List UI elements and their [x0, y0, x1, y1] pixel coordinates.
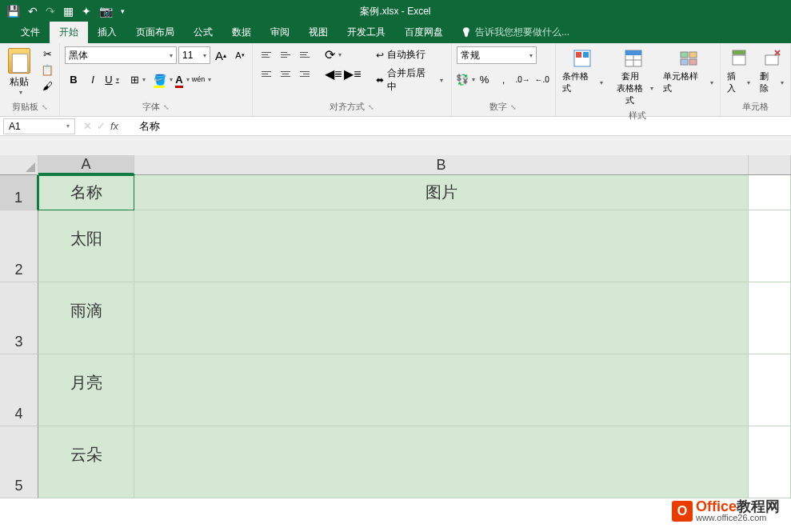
table-format-button[interactable]: 套用 表格格式▾ [611, 46, 655, 108]
launcher-icon[interactable]: ⤡ [510, 103, 517, 111]
increase-decimal-icon[interactable]: .0→ [514, 70, 532, 88]
title-bar: 💾 ↶ ↷ ▦ ✦ 📷 ▾ 案例.xlsx - Excel [0, 0, 791, 22]
chevron-down-icon: ▾ [529, 52, 533, 59]
cells-area: 名称 图片 太阳 雨滴 月亮 云朵 [38, 175, 791, 498]
camera-icon[interactable]: 📷 [99, 5, 113, 18]
delete-cells-button[interactable]: 删除▾ [758, 46, 785, 96]
font-color-button[interactable]: A▾ [174, 70, 191, 88]
merge-icon: ⬌ [376, 74, 384, 86]
cell-a3[interactable]: 雨滴 [38, 282, 134, 354]
fx-icon[interactable]: fx [110, 120, 125, 132]
conditional-format-icon [573, 48, 592, 69]
cell-c4[interactable] [749, 354, 791, 426]
launcher-icon[interactable]: ⤡ [368, 103, 374, 111]
column-header-a[interactable]: A [38, 155, 134, 174]
cell-c2[interactable] [749, 210, 791, 282]
comma-icon[interactable]: , [495, 70, 513, 88]
tab-home[interactable]: 开始 [50, 22, 88, 43]
tab-developer[interactable]: 开发工具 [338, 22, 395, 43]
align-bottom-icon[interactable] [296, 46, 314, 62]
fill-color-button[interactable]: 🪣▾ [154, 70, 172, 88]
launcher-icon[interactable]: ⤡ [42, 103, 48, 111]
paste-icon [8, 48, 30, 74]
decrease-font-icon[interactable]: A▾ [231, 46, 249, 64]
cut-icon[interactable]: ✂ [40, 46, 54, 61]
row-header-4[interactable]: 4 [0, 354, 38, 426]
font-size-select[interactable]: 11▾ [178, 46, 210, 64]
cell-b4[interactable] [134, 354, 749, 426]
launcher-icon[interactable]: ⤡ [163, 103, 170, 111]
conditional-format-button[interactable]: 条件格式▾ [561, 46, 605, 96]
tab-file[interactable]: 文件 [11, 22, 50, 43]
undo-icon[interactable]: ↶ [28, 5, 38, 18]
align-center-icon[interactable] [277, 66, 294, 82]
row-header-5[interactable]: 5 [0, 426, 38, 498]
merge-center-button[interactable]: ⬌合并后居中▾ [373, 65, 446, 95]
underline-button[interactable]: U▾ [103, 70, 121, 88]
redo-icon[interactable]: ↷ [46, 5, 55, 18]
border-button[interactable]: ⊞▾ [129, 70, 146, 88]
decrease-indent-icon[interactable]: ◀≡ [325, 66, 342, 82]
tab-data[interactable]: 数据 [222, 22, 261, 43]
insert-cells-button[interactable]: 插入▾ [725, 46, 753, 96]
cell-styles-button[interactable]: 单元格样式▾ [661, 46, 714, 96]
chevron-down-icon: ▾ [142, 76, 146, 83]
cell-a1[interactable]: 名称 [38, 175, 134, 210]
cell-a4[interactable]: 月亮 [38, 354, 134, 426]
cell-c3[interactable] [749, 282, 791, 354]
tell-me-box[interactable]: 告诉我您想要做什么... [453, 22, 577, 43]
svg-rect-13 [765, 55, 778, 65]
tab-view[interactable]: 视图 [299, 22, 338, 43]
cell-c5[interactable] [749, 426, 791, 498]
enter-icon[interactable]: ✓ [97, 120, 106, 132]
number-format-select[interactable]: 常规▾ [457, 46, 537, 64]
cell-a2[interactable]: 太阳 [38, 210, 134, 282]
increase-indent-icon[interactable]: ▶≡ [344, 66, 362, 82]
cell-b5[interactable] [134, 426, 749, 498]
bold-button[interactable]: B [65, 70, 82, 88]
column-header-c[interactable] [749, 155, 791, 174]
phonetic-button[interactable]: wén▾ [193, 70, 210, 88]
tab-review[interactable]: 审阅 [261, 22, 299, 43]
align-middle-icon[interactable] [277, 46, 294, 62]
row-headers: 1 2 3 4 5 [0, 175, 38, 498]
align-top-icon[interactable] [258, 46, 275, 62]
select-all-button[interactable] [0, 155, 38, 175]
qat-icon-1[interactable]: ▦ [63, 5, 74, 18]
name-box[interactable]: A1▾ [3, 118, 75, 134]
cell-b1[interactable]: 图片 [134, 175, 749, 210]
cell-c1[interactable] [749, 175, 791, 210]
save-icon[interactable]: 💾 [6, 5, 20, 18]
paste-button[interactable]: 粘贴 ▾ [5, 46, 34, 98]
row-header-2[interactable]: 2 [0, 210, 38, 282]
wrap-text-button[interactable]: ↩自动换行 [373, 46, 446, 63]
qat-icon-2[interactable]: ✦ [82, 5, 91, 18]
row-header-3[interactable]: 3 [0, 282, 38, 354]
orientation-icon[interactable]: ⟳▾ [325, 46, 342, 62]
tab-insert[interactable]: 插入 [88, 22, 126, 43]
increase-font-icon[interactable]: A▴ [212, 46, 230, 64]
cancel-icon[interactable]: ✕ [83, 120, 92, 132]
percent-icon[interactable]: % [476, 70, 493, 88]
column-header-b[interactable]: B [134, 155, 749, 174]
align-right-icon[interactable] [296, 66, 314, 82]
copy-icon[interactable]: 📋 [40, 62, 54, 77]
italic-button[interactable]: I [84, 70, 102, 88]
align-left-icon[interactable] [258, 66, 275, 82]
formula-input[interactable]: 名称 [133, 119, 791, 134]
cell-b3[interactable] [134, 282, 749, 354]
cell-b2[interactable] [134, 210, 749, 282]
watermark-url: www.office26.com [696, 514, 780, 522]
clipboard-group: 粘贴 ▾ ✂ 📋 🖌 剪贴板⤡ [0, 43, 60, 116]
decrease-decimal-icon[interactable]: ←.0 [533, 70, 551, 88]
row-header-1[interactable]: 1 [0, 175, 38, 210]
format-painter-icon[interactable]: 🖌 [40, 78, 54, 93]
tab-baidu[interactable]: 百度网盘 [395, 22, 453, 43]
currency-icon[interactable]: 💱▾ [457, 70, 474, 88]
cell-a5[interactable]: 云朵 [38, 426, 134, 498]
svg-rect-4 [625, 50, 641, 55]
qat-customize-icon[interactable]: ▾ [121, 7, 125, 15]
tab-page-layout[interactable]: 页面布局 [126, 22, 184, 43]
font-name-select[interactable]: 黑体▾ [65, 46, 177, 64]
tab-formulas[interactable]: 公式 [184, 22, 222, 43]
